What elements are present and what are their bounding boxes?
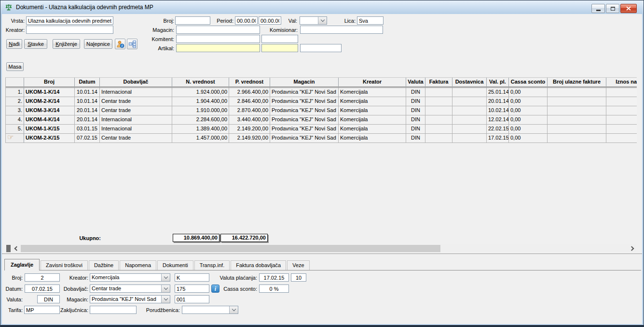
tab-faktura-dobavlja-a[interactable]: Faktura dobavljača — [231, 260, 286, 270]
row-selector[interactable]: 4. — [6, 115, 24, 125]
detail-tab-bar: ZaglavljeZavisni troškoviDažbineNapomena… — [4, 258, 641, 270]
row-selector[interactable]: ☞ — [6, 134, 24, 143]
cell: 20.01.14 — [75, 115, 100, 125]
komitent-input[interactable] — [176, 35, 260, 43]
horizontal-scrollbar[interactable] — [5, 244, 636, 253]
magacin-combobox: Prodavnica "KEJ" Novi Sad — [90, 295, 170, 303]
cell: UKOM-1-K/14 — [24, 88, 75, 97]
chevron-down-icon[interactable] — [161, 296, 170, 303]
kreator-code-input[interactable] — [175, 273, 209, 282]
hierarchy-button[interactable] — [127, 39, 137, 49]
komisionar-label: Komisionar: — [265, 27, 298, 33]
cell: Centar trade — [100, 97, 172, 106]
cell: 2.149.920,00 — [229, 134, 270, 143]
row-selector[interactable]: 2. — [6, 97, 24, 106]
restore-icon — [611, 7, 615, 11]
cell: 2.966.400,00 — [229, 88, 270, 97]
dobavljac-combobox-value[interactable]: Centar trade — [90, 285, 161, 292]
cell: Komercijala — [339, 97, 406, 106]
cell: 0,00 — [509, 88, 548, 97]
table-row[interactable]: 5.UKOM-1-K/1503.01.15Internacional1.389.… — [6, 125, 637, 134]
detail-valuta-input[interactable] — [37, 295, 60, 303]
val-combobox-value[interactable] — [300, 17, 318, 24]
cell: 07.02.15 — [75, 134, 100, 143]
kreator-combobox-value[interactable]: Komercijala — [90, 274, 161, 281]
table-row[interactable]: 1.UKOM-1-K/1410.01.14Internacional1.924.… — [6, 88, 637, 97]
broj-search-input[interactable] — [175, 16, 210, 25]
person-info-button[interactable]: i — [115, 39, 125, 49]
valuta-placanja-days-input[interactable] — [291, 273, 306, 282]
cell — [425, 134, 452, 143]
masa-button[interactable]: Masa — [6, 62, 24, 71]
minimize-button[interactable] — [591, 4, 605, 13]
cell: 10.01.14 — [75, 88, 100, 97]
chevron-down-icon[interactable] — [161, 274, 170, 281]
cell — [425, 97, 452, 106]
row-selector[interactable]: 3. — [6, 106, 24, 115]
magacin-code-input[interactable] — [175, 295, 209, 303]
artikal-input[interactable] — [176, 44, 260, 52]
tab-napomena[interactable]: Napomena — [120, 260, 156, 270]
tab-transp-inf-[interactable]: Transp.inf. — [194, 260, 230, 270]
scrollbar-thumb[interactable] — [21, 245, 440, 252]
cell: 1.457.000,00 — [172, 134, 229, 143]
row-selector[interactable]: 1. — [6, 88, 24, 97]
detail-datum-input[interactable] — [25, 284, 60, 293]
column-header-n-vrednost: N. vrednost — [172, 78, 229, 88]
svg-text:i: i — [122, 44, 123, 47]
filter-button-knji-enje[interactable]: Knjiženje — [53, 39, 80, 49]
magacin-search-input[interactable] — [176, 26, 260, 34]
kreator-combobox: Komercijala — [90, 273, 170, 282]
close-button[interactable] — [620, 4, 637, 13]
porudzbenica-combobox-value[interactable] — [182, 306, 229, 313]
dobavljac-code-input[interactable] — [175, 284, 209, 293]
magacin-combobox-value[interactable]: Prodavnica "KEJ" Novi Sad — [90, 296, 161, 303]
cell: Komercijala — [339, 88, 406, 97]
vrsta-input[interactable] — [26, 16, 113, 25]
filter-button-na-i[interactable]: Nađi — [6, 39, 22, 49]
chevron-down-icon[interactable] — [229, 306, 238, 313]
kreator-filter-label: Kreator: — [2, 27, 25, 33]
period-to-input[interactable] — [259, 16, 281, 25]
table-row[interactable]: 3.UKOM-3-K/1420.01.14Centar trade1.910.0… — [6, 106, 637, 115]
tab-da-bine[interactable]: Dažbine — [89, 260, 119, 270]
cell: Internacional — [100, 115, 172, 125]
app-window: Dokumenti - Ulazna kalkulacija odevnih p… — [0, 0, 644, 327]
scroll-left-button[interactable] — [12, 244, 20, 253]
detail-broj-input[interactable] — [25, 273, 60, 282]
kreator-filter-input[interactable] — [26, 26, 113, 34]
chevron-down-icon[interactable] — [318, 17, 327, 24]
column-header-faktura: Faktura — [425, 78, 452, 88]
komitent-code-input[interactable] — [261, 35, 298, 43]
cell: 0,00 — [509, 115, 548, 125]
lica-input[interactable] — [357, 16, 384, 25]
valuta-placanja-date-input[interactable] — [259, 273, 289, 282]
tab-dokumenti[interactable]: Dokumenti — [157, 260, 193, 270]
tab-zaglavlje[interactable]: Zaglavlje — [4, 259, 40, 270]
period-from-input[interactable] — [235, 16, 258, 25]
artikal-extra-input[interactable] — [300, 44, 342, 52]
tab-zavisni-tro-kovi[interactable]: Zavisni troškovi — [41, 260, 88, 270]
zakljucnica-input[interactable] — [90, 306, 137, 314]
row-selector[interactable]: 5. — [6, 125, 24, 134]
chevron-down-icon[interactable] — [161, 285, 170, 292]
title-bar[interactable]: Dokumenti - Ulazna kalkulacija odevnih p… — [0, 0, 644, 14]
tab-veze[interactable]: Veze — [287, 260, 309, 270]
scroll-right-button[interactable] — [628, 244, 636, 253]
table-row[interactable]: ☞UKOM-2-K/1507.02.15Centar trade1.457.00… — [6, 134, 637, 143]
porudzbenica-label: Porudžbenica: — [138, 307, 180, 313]
restore-button[interactable] — [606, 4, 619, 13]
artikal-code-input[interactable] — [261, 44, 298, 52]
table-row[interactable]: 4.UKOM-4-K/1420.01.14Internacional2.284.… — [6, 115, 637, 125]
artikal-label: Artikal: — [146, 45, 174, 51]
cell: 10.02.14 — [487, 106, 509, 115]
cell: DIN — [406, 106, 425, 115]
cassa-sconto-input[interactable] — [259, 284, 289, 293]
table-row[interactable]: 2.UKOM-2-K/1410.01.14Centar trade1.904.4… — [6, 97, 637, 106]
table-header-row: BrojDatumDobavljačN. vrednostP. vrednost… — [6, 78, 637, 88]
cell: UKOM-1-K/15 — [24, 125, 75, 134]
total-n-vrednost: 10.869.400,00 — [173, 234, 219, 242]
komisionar-input[interactable] — [300, 26, 383, 34]
filter-button-stavke[interactable]: Stavke — [24, 39, 47, 49]
filter-button-nalepnice[interactable]: Nalepnice — [84, 39, 112, 49]
